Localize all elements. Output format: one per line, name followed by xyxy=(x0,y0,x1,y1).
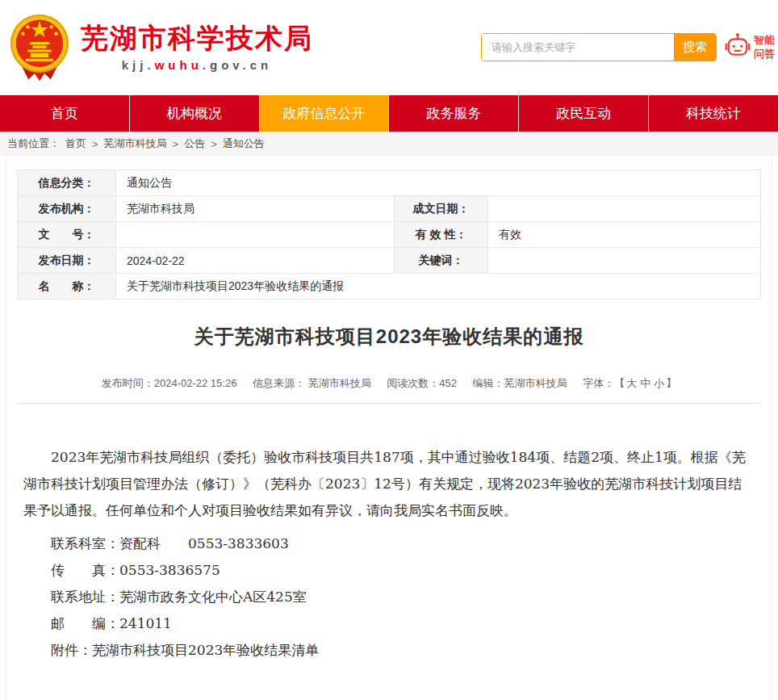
nav-item-public-interaction[interactable]: 政民互动 xyxy=(519,95,649,132)
view-count: 阅读次数：452 xyxy=(387,377,457,389)
font-size-controls: 字体：【大中小】 xyxy=(583,377,676,389)
site-title: 芜湖市科学技术局 xyxy=(81,23,313,53)
publish-time: 发布时间：2024-02-22 15:26 xyxy=(102,377,237,389)
contact-fax: 传 真：0553-3836575 xyxy=(23,557,755,584)
attachment-link[interactable]: 芜湖市科技项目2023年验收结果清单 xyxy=(92,642,319,658)
info-agency-label: 发布机构： xyxy=(18,196,116,222)
info-source: 信息来源： 芜湖市科技局 xyxy=(253,377,371,389)
info-validity-value: 有效 xyxy=(488,222,761,248)
breadcrumb-home[interactable]: 首页 xyxy=(65,136,86,151)
info-written-date-value xyxy=(488,196,761,222)
editor: 编辑：芜湖市科技局 xyxy=(473,377,567,389)
robot-icon xyxy=(725,31,751,64)
search-button[interactable]: 搜索 xyxy=(674,34,716,61)
info-keywords-value xyxy=(488,248,761,274)
info-doc-no-value xyxy=(116,222,395,248)
brand-link[interactable]: 芜湖市科学技术局 kjj.wuhu.gov.cn xyxy=(5,11,313,84)
info-category-label: 信息分类： xyxy=(18,170,116,196)
national-emblem-icon xyxy=(5,11,74,84)
attachment-line: 附件：芜湖市科技项目2023年验收结果清单 xyxy=(23,637,755,664)
font-size-medium-button[interactable]: 中 xyxy=(640,377,650,389)
table-row: 信息分类： 通知公告 xyxy=(18,170,761,196)
site-url: kjj.wuhu.gov.cn xyxy=(122,58,272,72)
contact-zipcode: 邮 编：241011 xyxy=(23,610,755,637)
breadcrumb-prefix: 当前位置： xyxy=(7,136,60,151)
table-row: 发布机构： 芜湖市科技局 成文日期： xyxy=(18,196,761,222)
info-name-value: 关于芜湖市科技项目2023年验收结果的通报 xyxy=(116,274,761,300)
font-size-small-button[interactable]: 小 xyxy=(654,377,664,389)
info-validity-label: 有 效 性： xyxy=(395,222,488,248)
smart-qa-button[interactable]: 智能 问答 xyxy=(725,31,775,64)
article-meta: 发布时间：2024-02-22 15:26 信息来源： 芜湖市科技局 阅读次数：… xyxy=(17,376,761,391)
info-doc-no-label: 文 号： xyxy=(18,222,116,248)
document-info-table: 信息分类： 通知公告 发布机构： 芜湖市科技局 成文日期： 文 号： 有 效 性… xyxy=(17,170,761,300)
breadcrumb-bureau[interactable]: 芜湖市科技局 xyxy=(104,136,167,151)
search-box: 搜索 xyxy=(481,33,717,61)
search-input[interactable] xyxy=(482,34,674,61)
info-keywords-label: 关键词： xyxy=(395,248,488,274)
breadcrumb-announcements[interactable]: 公告 xyxy=(184,136,205,151)
contact-info: 联系科室：资配科 0553-3833603 传 真：0553-3836575 联… xyxy=(23,530,755,637)
table-row: 文 号： 有 效 性： 有效 xyxy=(18,222,761,248)
smart-qa-label: 智能 问答 xyxy=(754,34,775,61)
nav-item-tech-statistics[interactable]: 科技统计 xyxy=(649,95,778,132)
nav-item-home[interactable]: 首页 xyxy=(0,95,130,132)
meta-divider xyxy=(17,403,761,404)
info-pub-date-label: 发布日期： xyxy=(18,248,116,274)
info-category-value: 通知公告 xyxy=(116,170,761,196)
table-row: 发布日期： 2024-02-22 关键词： xyxy=(18,248,761,274)
article-title: 关于芜湖市科技项目2023年验收结果的通报 xyxy=(17,324,761,350)
breadcrumb: 当前位置： 首页 > 芜湖市科技局 > 公告 > 通知公告 xyxy=(0,132,778,156)
contact-department: 联系科室：资配科 0553-3833603 xyxy=(23,530,755,557)
breadcrumb-notices[interactable]: 通知公告 xyxy=(223,136,265,151)
nav-item-gov-info-disclosure[interactable]: 政府信息公开 xyxy=(260,95,390,132)
nav-item-org-overview[interactable]: 机构概况 xyxy=(130,95,260,132)
font-size-large-button[interactable]: 大 xyxy=(626,377,637,389)
attachment-label: 附件： xyxy=(51,642,92,658)
info-written-date-label: 成文日期： xyxy=(395,196,488,222)
article-body: 2023年芜湖市科技局组织（委托）验收市科技项目共187项，其中通过验收184项… xyxy=(17,444,761,664)
info-pub-date-value: 2024-02-22 xyxy=(116,248,395,274)
contact-address: 联系地址：芜湖市政务文化中心A区425室 xyxy=(23,584,755,610)
site-header: 芜湖市科学技术局 kjj.wuhu.gov.cn 搜索 xyxy=(0,0,778,95)
main-nav: 首页 机构概况 政府信息公开 政务服务 政民互动 科技统计 xyxy=(0,95,778,132)
body-paragraph: 2023年芜湖市科技局组织（委托）验收市科技项目共187项，其中通过验收184项… xyxy=(23,444,755,524)
info-agency-value: 芜湖市科技局 xyxy=(116,196,395,222)
nav-item-gov-services[interactable]: 政务服务 xyxy=(389,95,519,132)
info-name-label: 名 称： xyxy=(18,274,116,300)
main-content: 信息分类： 通知公告 发布机构： 芜湖市科技局 成文日期： 文 号： 有 效 性… xyxy=(6,156,772,700)
table-row: 名 称： 关于芜湖市科技项目2023年验收结果的通报 xyxy=(18,274,761,300)
